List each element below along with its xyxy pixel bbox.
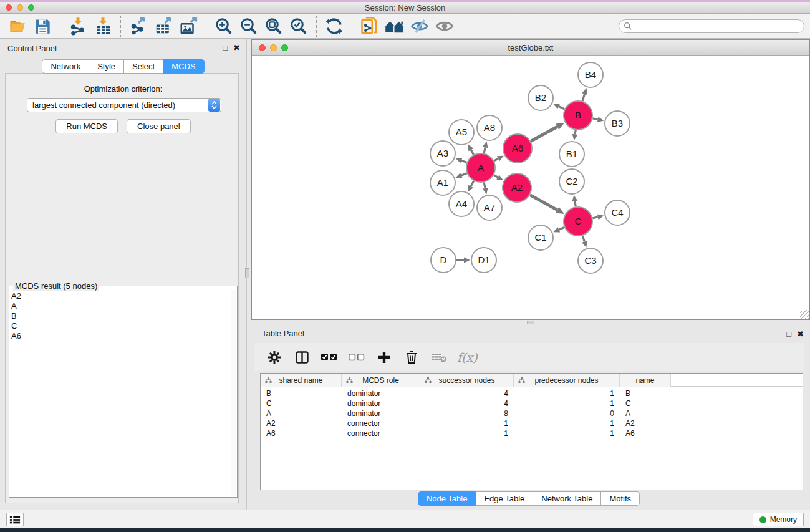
table-cell[interactable]: 8 [420,409,514,418]
graph-edge[interactable] [494,175,503,180]
tab-motifs[interactable]: Motifs [601,491,640,506]
create-column-button[interactable] [375,347,393,367]
toggle-visibility-button[interactable] [407,15,432,37]
zoom-out-button[interactable] [236,15,261,37]
mcds-result-item[interactable]: B [11,311,229,321]
zoom-fit-button[interactable] [261,15,286,37]
graph-edge[interactable] [483,182,488,194]
table-cell[interactable]: 1 [514,428,620,438]
table-row[interactable]: Bdominator41B [261,389,803,399]
graph-node-A7[interactable]: A7 [477,195,502,220]
table-cell[interactable]: 4 [420,399,514,409]
table-cell[interactable]: dominator [342,399,420,409]
mcds-result-item[interactable]: C [11,321,229,331]
graph-node-D1[interactable]: D1 [471,248,496,273]
save-session-button[interactable] [30,15,55,37]
search-input[interactable] [632,21,804,32]
tab-network-table[interactable]: Network Table [533,491,601,506]
show-graphics-button[interactable] [432,15,457,37]
table-cell[interactable]: connector [342,428,420,438]
close-panel-button[interactable]: Close panel [127,119,191,133]
refresh-button[interactable] [322,15,347,37]
zoom-selected-button[interactable] [286,15,311,37]
optimization-dropdown[interactable]: largest connected component (directed) [27,98,221,112]
close-window-button[interactable] [6,4,12,11]
import-network-button[interactable] [65,15,90,37]
graph-node-A6[interactable]: A6 [503,134,532,163]
graph-edge[interactable] [468,181,473,191]
graph-node-A4[interactable]: A4 [449,191,474,216]
window-resize-grip[interactable] [800,310,809,319]
delete-table-button[interactable] [430,347,448,367]
graph-node-C3[interactable]: C3 [578,248,603,273]
table-cell[interactable]: 1 [420,428,514,438]
table-cell[interactable]: A2 [620,418,671,428]
tab-mcds[interactable]: MCDS [163,59,204,74]
graph-node-C1[interactable]: C1 [528,225,553,250]
memory-button[interactable]: Memory [753,513,804,526]
clone-network-button[interactable] [357,15,382,37]
network-minimize-button[interactable] [270,44,277,51]
graph-node-A[interactable]: A [466,153,495,182]
mcds-result-item[interactable]: A2 [11,291,229,301]
import-table-button[interactable] [90,15,115,37]
graph-node-A3[interactable]: A3 [430,141,455,166]
column-header-mcds-role[interactable]: MCDS role [342,374,420,387]
graph-edge[interactable] [531,123,564,142]
export-network-button[interactable] [126,15,151,37]
export-image-button[interactable] [176,15,201,37]
network-graph[interactable]: B4B2BB3A8A5A6B1A3AC2A1A2A4A7C4CC1C3DD1 [252,56,809,319]
table-cell[interactable]: C [261,399,342,409]
graph-edge[interactable] [483,141,488,153]
tab-node-table[interactable]: Node Table [418,491,476,506]
close-panel-icon[interactable]: ✖ [233,42,240,54]
graph-edge[interactable] [582,236,587,248]
function-builder-button[interactable]: f(x) [457,351,478,364]
graph-node-B1[interactable]: B1 [559,142,584,167]
graph-node-D[interactable]: D [431,248,456,273]
zoom-window-button[interactable] [28,4,34,11]
table-cell[interactable]: A [620,409,671,418]
task-history-button[interactable] [6,513,24,526]
graph-node-B[interactable]: B [564,101,592,130]
graph-node-A2[interactable]: A2 [503,173,531,202]
open-session-button[interactable] [5,15,30,37]
table-cell[interactable]: 4 [420,389,514,399]
graph-edge[interactable] [530,195,564,214]
tab-network[interactable]: Network [42,59,89,74]
graph-node-C4[interactable]: C4 [605,200,630,225]
column-header-shared-name[interactable]: shared name [261,374,342,387]
table-row[interactable]: Cdominator41C [261,399,803,409]
network-zoom-button[interactable] [281,44,288,51]
table-cell[interactable]: 1 [514,389,620,399]
table-cell[interactable]: connector [342,418,420,428]
float-panel-icon[interactable]: □ [223,42,228,54]
table-cell[interactable]: B [620,389,671,399]
network-close-button[interactable] [259,44,266,51]
hide-columns-button[interactable] [347,347,366,367]
show-columns-button[interactable] [320,347,339,367]
export-table-button[interactable] [151,15,176,37]
mcds-result-item[interactable]: A [11,301,229,311]
minimize-window-button[interactable] [17,4,23,11]
graph-node-C2[interactable]: C2 [559,169,584,194]
table-cell[interactable]: 1 [420,418,514,428]
graph-node-B3[interactable]: B3 [605,111,630,136]
tab-edge-table[interactable]: Edge Table [476,491,533,506]
table-cell[interactable]: B [261,389,342,399]
zoom-in-button[interactable] [211,15,236,37]
close-table-panel-icon[interactable]: ✖ [797,329,804,340]
table-cell[interactable]: A6 [261,428,342,438]
home-view-button[interactable] [382,15,407,37]
table-cell[interactable]: A2 [261,418,342,428]
graph-edge[interactable] [494,156,504,162]
graph-node-A8[interactable]: A8 [477,115,502,140]
table-cell[interactable]: dominator [342,389,420,399]
table-cell[interactable]: 0 [514,409,620,418]
tab-select[interactable]: Select [124,59,163,74]
table-row[interactable]: A6connector11A6 [261,428,803,438]
graph-node-A5[interactable]: A5 [449,120,474,145]
graph-node-B4[interactable]: B4 [578,62,603,87]
graph-edge[interactable] [553,104,564,109]
table-cell[interactable]: 1 [514,418,620,428]
